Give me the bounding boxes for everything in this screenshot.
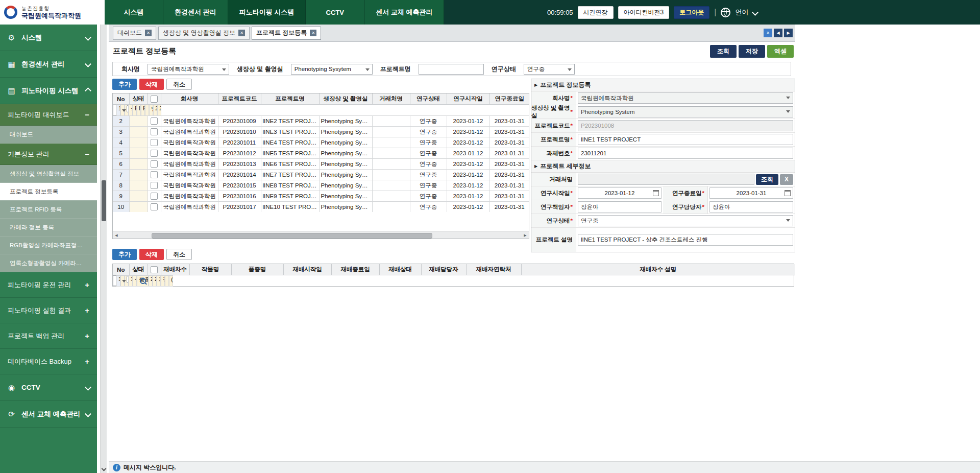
search-icon[interactable]	[140, 278, 146, 284]
column-header[interactable]: 프로젝트명	[261, 93, 319, 105]
task-number-field[interactable]: 23011201	[578, 148, 793, 159]
row-checkbox[interactable]	[151, 128, 158, 135]
nav-item-sensor-replace[interactable]: 센서 교체 예측관리	[364, 0, 444, 25]
nav-item-phenotyping[interactable]: 피노타이핑 시스템	[228, 0, 306, 25]
scrollbar-thumb[interactable]	[102, 180, 106, 221]
manager-field[interactable]: 장윤아	[709, 201, 793, 212]
excel-button[interactable]: 엑셀	[767, 45, 794, 58]
sidebar-item[interactable]: ◉CCTV	[0, 374, 97, 401]
column-header[interactable]: 재배자연락처	[466, 264, 521, 275]
tab-scroll-right-button[interactable]: ▶	[784, 29, 793, 37]
delete-row-button[interactable]: 삭제	[139, 249, 164, 260]
row-checkbox[interactable]	[151, 203, 158, 210]
language-label[interactable]: 언어	[735, 8, 748, 17]
search-button[interactable]: 조회	[710, 45, 737, 58]
add-row-button[interactable]: 추가	[112, 249, 137, 260]
sidebar-item[interactable]: ⚙시스템	[0, 25, 97, 51]
row-checkbox[interactable]	[151, 117, 158, 125]
user-account-button[interactable]: 아이티컨버전3	[618, 6, 670, 19]
table-row[interactable]: 4국립원예특작과학원P202301011lINE4 TEST PROJECTPh…	[113, 137, 529, 148]
scrollbar-track[interactable]	[120, 232, 522, 239]
select-all-checkbox[interactable]	[151, 96, 158, 103]
horizontal-scrollbar[interactable]: ◀ ▶	[113, 231, 529, 239]
project-name-field[interactable]: lINE1 TEST PROJECT	[578, 134, 793, 145]
sidebar-item[interactable]: 카메라 정보 등록	[0, 219, 97, 236]
table-row[interactable]: 9국립원예특작과학원P202301016lINE9 TEST PROJECTPh…	[113, 191, 529, 202]
column-header[interactable]: 재배종료일	[331, 264, 379, 275]
client-search-button[interactable]: 조회	[756, 174, 778, 185]
column-header[interactable]: 품종명	[231, 264, 283, 275]
column-header[interactable]: 상태	[129, 93, 148, 105]
table-row[interactable]: 7국립원예특작과학원P202301014lINE7 TEST PROJECTPh…	[113, 170, 529, 180]
row-checkbox[interactable]	[151, 182, 158, 189]
sidebar-item[interactable]: 대쉬보드	[0, 126, 97, 144]
chevron-down-icon[interactable]	[752, 9, 759, 16]
column-header[interactable]: 재배상태	[379, 264, 421, 275]
row-checkbox[interactable]	[151, 171, 158, 178]
column-header[interactable]: 재배담당자	[421, 264, 466, 275]
sidebar-item[interactable]: 생장상 및 영상촬영실 정보	[0, 165, 97, 183]
table-row[interactable]: 3국립원예특작과학원P202301010lINE3 TEST PROJECTPh…	[113, 127, 529, 137]
tab-dashboard[interactable]: 대쉬보드 ✕	[113, 27, 156, 40]
column-header[interactable]: 작물명	[189, 264, 231, 275]
column-header[interactable]	[148, 93, 161, 105]
column-header[interactable]: 거래처명	[372, 93, 410, 105]
sidebar-scrollbar[interactable]	[100, 25, 107, 473]
sidebar-item[interactable]: ▤피노타이핑 시스템	[0, 78, 97, 104]
column-header[interactable]: 재배차수 설명	[521, 264, 795, 275]
sidebar-item[interactable]: 프로젝트 정보등록	[0, 183, 97, 201]
table-row[interactable]: 10국립원예특작과학원P202301017lINE10 TEST PROJE..…	[113, 202, 529, 212]
cancel-button[interactable]: 취소	[166, 79, 192, 90]
save-button[interactable]: 저장	[739, 45, 765, 58]
company-select[interactable]: 국립원예특작과학원	[578, 92, 793, 104]
column-header[interactable]	[148, 264, 161, 275]
nav-item-cctv[interactable]: CCTV	[306, 0, 364, 25]
extend-time-button[interactable]: 시간연장	[578, 6, 614, 19]
leader-field[interactable]: 장윤아	[578, 201, 662, 212]
project-name-input[interactable]	[419, 64, 484, 75]
status-select[interactable]: 연구중	[578, 215, 793, 226]
calendar-icon[interactable]	[653, 190, 659, 196]
table-row[interactable]: 11상추품종(상추)2023-01-122023-01-31재배중장윤아(임시)…	[113, 275, 129, 286]
logout-button[interactable]: 로그아웃	[674, 6, 709, 19]
table-row[interactable]: 1국립원예특작과학원P202301008lINE1 TEST PROJECTPh…	[113, 105, 129, 115]
row-checkbox[interactable]	[151, 160, 158, 168]
row-checkbox[interactable]	[151, 193, 158, 200]
company-filter-select[interactable]: 국립원예특작과학원	[148, 64, 229, 75]
nav-item-system[interactable]: 시스템	[105, 0, 163, 25]
globe-icon[interactable]	[721, 8, 730, 17]
tab-close-icon[interactable]: ✕	[310, 30, 316, 36]
tab-close-icon[interactable]: ✕	[145, 30, 152, 36]
status-filter-select[interactable]: 연구중	[524, 64, 575, 75]
column-header[interactable]: No	[113, 264, 129, 275]
table-row[interactable]: 6국립원예특작과학원P202301013lINE6 TEST PROJECTPh…	[113, 159, 529, 170]
add-row-button[interactable]: 추가	[112, 79, 137, 90]
scrollbar-thumb[interactable]	[152, 233, 432, 239]
column-header[interactable]: 연구종료일	[489, 93, 529, 105]
chamber-filter-select[interactable]: Phenotyping Sysytem	[291, 64, 373, 75]
client-clear-button[interactable]: X	[780, 174, 793, 185]
table-row[interactable]: 5국립원예특작과학원P202301012lINE5 TEST PROJECTPh…	[113, 148, 529, 159]
table-row[interactable]: 8국립원예특작과학원P202301015lINE8 TEST PROJECTPh…	[113, 180, 529, 191]
chamber-select[interactable]: Phenotyping System	[578, 106, 793, 117]
tab-chamber-info[interactable]: 생장상 및 영상촬영실 정보 ✕	[158, 27, 250, 40]
scroll-down-button[interactable]	[101, 465, 107, 473]
scroll-left-button[interactable]: ◀	[113, 232, 120, 239]
sidebar-item[interactable]: 프로젝트 RFID 등록	[0, 201, 97, 219]
sidebar-item[interactable]: 기본정보 관리−	[0, 144, 97, 165]
column-header[interactable]: 회사명	[161, 93, 218, 105]
column-header[interactable]: No	[113, 93, 129, 105]
scroll-right-button[interactable]: ▶	[522, 232, 529, 239]
row-checkbox[interactable]	[151, 150, 158, 157]
tab-close-icon[interactable]: ✕	[238, 30, 245, 36]
start-date-field[interactable]: 2023-01-12	[578, 187, 662, 199]
end-date-field[interactable]: 2023-01-31	[709, 187, 793, 199]
sidebar-item[interactable]: ▦환경센서 관리	[0, 51, 97, 78]
tab-project-registration[interactable]: 프로젝트 정보등록 ✕	[252, 27, 321, 40]
column-header[interactable]: 연구시작일	[447, 93, 489, 105]
sidebar-item[interactable]: 프로젝트 백업 관리+	[0, 323, 97, 349]
column-header[interactable]: 재배차수	[161, 264, 189, 275]
nav-item-env-sensor[interactable]: 환경센서 관리	[163, 0, 228, 25]
sidebar-item[interactable]: RGB촬영실 카메라좌표정보 등록	[0, 236, 97, 254]
sidebar-item[interactable]: 엽록소형광촬영실 카메라좌표정보 등록	[0, 254, 97, 272]
